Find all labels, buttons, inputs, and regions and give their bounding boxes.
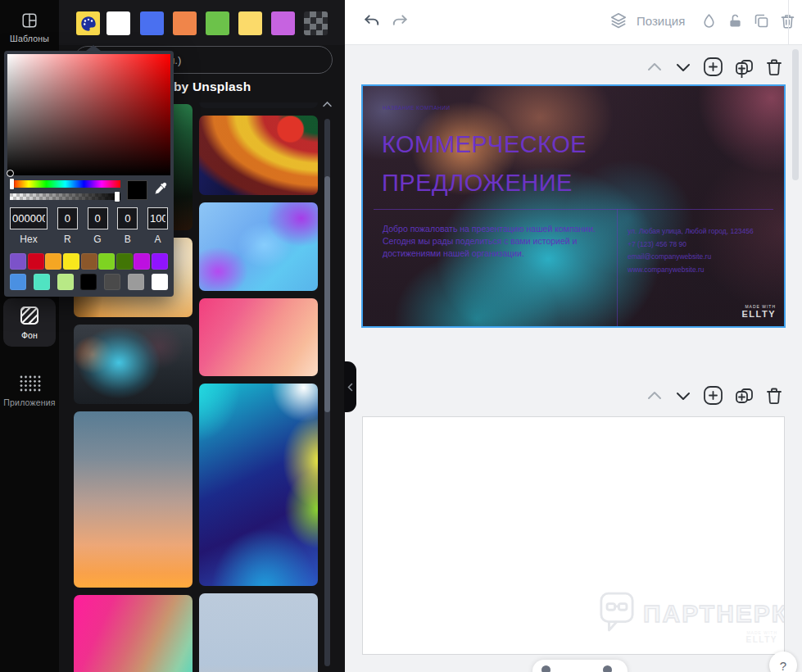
hue-slider-handle[interactable]	[10, 179, 14, 189]
gradient-thumbnail[interactable]	[199, 384, 318, 586]
color-swatch-white[interactable]	[106, 11, 130, 35]
preset-color-swatch[interactable]	[134, 253, 150, 270]
alpha-slider-handle[interactable]	[115, 192, 120, 202]
alpha-field: A	[147, 207, 168, 245]
hue-slider[interactable]	[10, 180, 120, 188]
alpha-label: A	[154, 234, 161, 245]
apps-grid-icon	[17, 374, 42, 393]
preset-color-swatch[interactable]	[98, 253, 115, 270]
top-toolbar: Позиция	[345, 0, 802, 45]
preset-color-swatch[interactable]	[104, 274, 120, 290]
color-swatch-blue[interactable]	[140, 11, 164, 35]
preset-color-swatch[interactable]	[152, 274, 168, 290]
zoom-bar-partial[interactable]	[532, 660, 628, 672]
background-icon	[19, 305, 40, 326]
move-slide-up-button[interactable]	[645, 386, 664, 406]
preset-color-swatch[interactable]	[152, 253, 168, 270]
sidebar-item-background[interactable]: Фон	[3, 298, 56, 347]
color-swatch-green[interactable]	[206, 11, 229, 35]
red-label: R	[64, 234, 71, 245]
preset-color-swatch[interactable]	[80, 274, 97, 290]
panel-collapse-tab[interactable]	[344, 361, 356, 412]
layers-position-button[interactable]	[609, 11, 628, 30]
preset-color-swatch[interactable]	[57, 274, 74, 290]
color-swatch-transparent[interactable]	[304, 11, 328, 35]
gradient-thumbnail[interactable]	[199, 116, 318, 195]
help-button[interactable]: ?	[769, 652, 797, 672]
slide-2[interactable]: ПАРТНЕРКИН MADE WITH ELLTY	[362, 416, 785, 655]
preset-color-swatch[interactable]	[10, 253, 26, 270]
ellty-watermark: MADE WITH ELLTY	[741, 304, 776, 319]
slide-1-selected[interactable]: НАЗВАНИЕ КОМПАНИИ КОММЕРЧЕСКОЕ ПРЕДЛОЖЕН…	[361, 84, 786, 328]
background-colors-toolbar	[59, 0, 345, 45]
gradient-thumbnail[interactable]	[199, 102, 318, 108]
palette-icon	[79, 15, 97, 33]
alpha-slider[interactable]	[10, 193, 120, 200]
add-slide-button[interactable]	[702, 384, 724, 406]
color-swatch-orange[interactable]	[173, 11, 197, 35]
position-label[interactable]: Позиция	[637, 14, 685, 28]
slide1-intro-paragraph[interactable]: Добро пожаловать на презентацию нашей ко…	[383, 223, 614, 260]
thumbnail-column-right	[199, 102, 318, 672]
gradient-thumbnail[interactable]	[74, 411, 193, 588]
gradient-thumbnail[interactable]	[199, 593, 318, 672]
slide1-vertical-line	[617, 209, 618, 326]
duplicate-button[interactable]	[753, 12, 770, 30]
hex-input[interactable]	[10, 207, 48, 229]
alpha-input[interactable]	[147, 207, 168, 229]
saturation-area[interactable]	[7, 54, 170, 175]
partnerkin-watermark-text: ПАРТНЕРКИН	[643, 600, 785, 628]
scroll-up-icon[interactable]	[322, 101, 333, 108]
sidebar-item-templates[interactable]: Шаблоны	[3, 5, 56, 50]
slide1-contact-block[interactable]: ул. Любая улица, Любой город, 123456 +7 …	[628, 225, 775, 276]
blue-field: B	[117, 207, 138, 245]
preset-color-swatch[interactable]	[81, 253, 97, 270]
app-window: Шаблоны Фон	[0, 0, 802, 672]
opacity-droplet-button[interactable]	[700, 12, 718, 30]
zoom-out-icon[interactable]	[541, 665, 551, 672]
zoom-in-icon[interactable]	[603, 665, 612, 672]
preset-color-swatch[interactable]	[63, 253, 79, 270]
slide1-company-text[interactable]: НАЗВАНИЕ КОМПАНИИ	[383, 105, 451, 111]
slide1-title[interactable]: КОММЕРЧЕСКОЕ ПРЕДЛОЖЕНИЕ	[382, 125, 587, 202]
hex-field: Hex	[10, 207, 48, 245]
preset-color-swatch[interactable]	[34, 274, 50, 290]
undo-button[interactable]	[363, 12, 382, 31]
gradient-thumbnail[interactable]	[199, 298, 318, 376]
red-input[interactable]	[57, 207, 78, 229]
duplicate-slide-button[interactable]	[733, 384, 755, 406]
delete-slide-button[interactable]	[764, 386, 784, 406]
move-slide-down-button[interactable]	[673, 57, 693, 77]
templates-icon	[20, 11, 39, 30]
eyedropper-icon[interactable]	[153, 181, 168, 196]
gradient-thumbnail[interactable]	[74, 325, 193, 404]
sidebar-item-label: Шаблоны	[10, 34, 49, 43]
gradient-thumbnail[interactable]	[74, 595, 193, 672]
move-slide-up-button[interactable]	[645, 57, 664, 77]
preset-color-swatch[interactable]	[10, 274, 26, 290]
delete-slide-button[interactable]	[764, 57, 784, 77]
preset-color-swatch[interactable]	[45, 253, 61, 270]
preset-color-swatch[interactable]	[116, 253, 133, 270]
panel-scrollbar-thumb[interactable]	[324, 176, 330, 412]
preset-color-swatch[interactable]	[128, 274, 144, 290]
green-label: G	[93, 234, 101, 245]
duplicate-slide-button[interactable]	[733, 56, 755, 78]
color-swatch-purple[interactable]	[271, 11, 295, 35]
color-picker-popup: Hex R G B A	[4, 51, 174, 297]
custom-color-palette-button[interactable]	[76, 11, 100, 35]
gradient-thumbnail[interactable]	[199, 202, 318, 291]
window-scrollbar-thumb[interactable]	[792, 49, 799, 180]
sidebar-item-apps[interactable]: Приложения	[3, 367, 56, 414]
redo-button[interactable]	[390, 12, 409, 31]
blue-input[interactable]	[117, 207, 138, 229]
sidebar-item-label: Приложения	[3, 397, 55, 407]
preset-color-swatch[interactable]	[28, 253, 44, 270]
unlock-button[interactable]	[727, 12, 744, 30]
color-swatch-yellow[interactable]	[238, 11, 262, 35]
saturation-cursor[interactable]	[7, 170, 14, 177]
add-slide-button[interactable]	[702, 56, 724, 78]
green-input[interactable]	[88, 207, 108, 229]
move-slide-down-button[interactable]	[673, 386, 693, 406]
red-field: R	[57, 207, 78, 245]
